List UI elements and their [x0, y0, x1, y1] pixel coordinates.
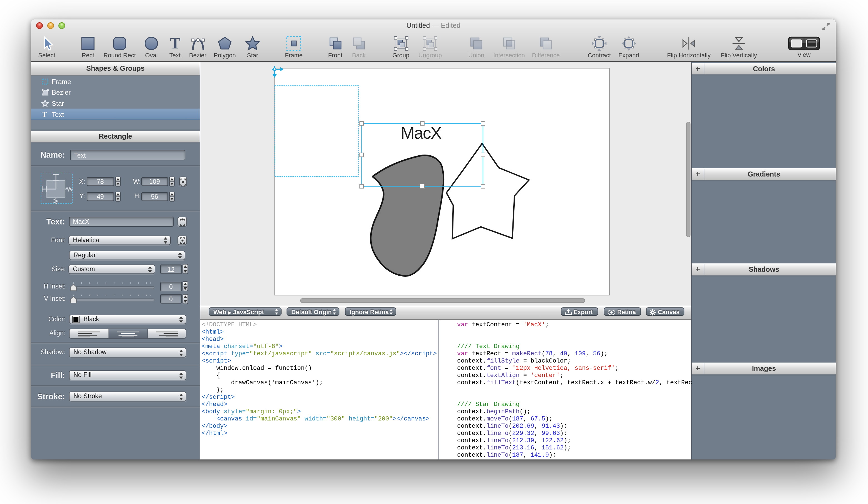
- svg-text:T: T: [170, 36, 180, 51]
- svg-text:MacX: MacX: [401, 124, 441, 142]
